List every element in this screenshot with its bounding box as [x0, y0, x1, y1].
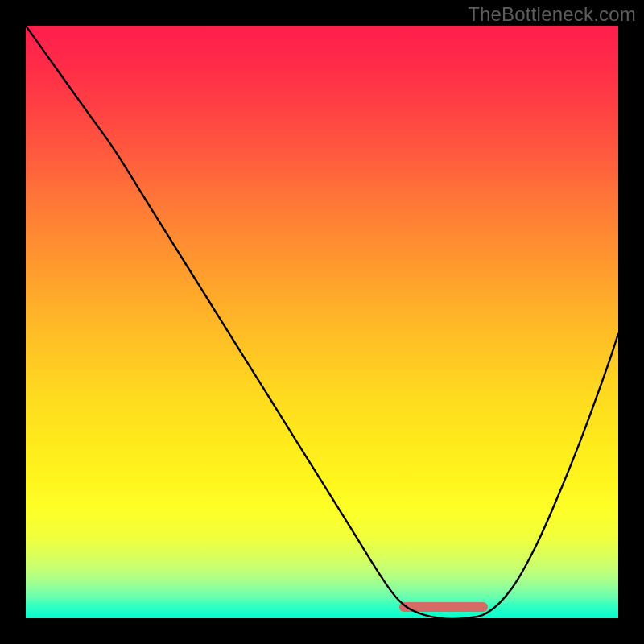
bottleneck-curve [26, 26, 618, 618]
chart-canvas: TheBottleneck.com [0, 0, 644, 644]
curve-path [26, 26, 618, 618]
watermark-label: TheBottleneck.com [468, 3, 636, 26]
plot-area [26, 26, 618, 618]
